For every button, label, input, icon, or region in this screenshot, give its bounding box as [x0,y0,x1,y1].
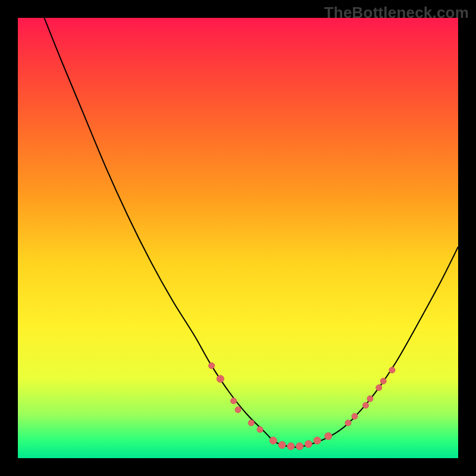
data-marker [209,363,215,369]
watermark-text: TheBottleneck.com [324,4,469,22]
data-marker [217,375,224,383]
data-marker [270,437,277,444]
outer-frame: TheBottleneck.com [0,0,476,476]
marker-layer [209,363,395,450]
data-marker [231,398,237,404]
bottleneck-curve [44,18,458,447]
data-marker [305,440,312,447]
data-marker [296,443,303,450]
data-marker [389,367,395,373]
data-marker [248,420,254,426]
plot-area [18,18,458,458]
data-marker [235,407,241,413]
data-marker [314,437,321,444]
data-marker [380,378,386,384]
data-marker [363,402,369,408]
data-marker [367,396,373,402]
data-marker [325,433,332,440]
data-marker [352,414,358,419]
data-marker [257,427,263,433]
chart-svg [18,18,458,458]
data-marker [287,443,295,450]
data-marker [376,385,382,391]
data-marker [345,420,351,426]
data-marker [278,441,286,449]
